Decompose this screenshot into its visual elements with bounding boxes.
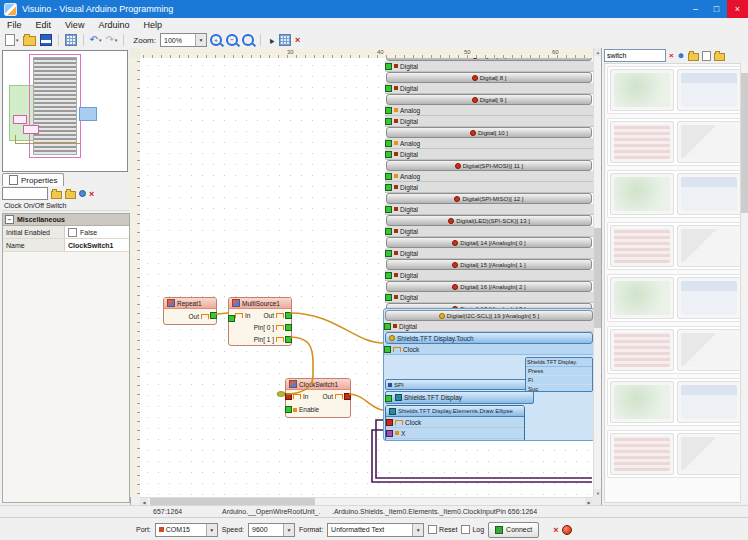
clear-search-icon[interactable]: × (669, 51, 674, 60)
property-value[interactable]: False (65, 226, 129, 238)
pin-connector[interactable] (385, 63, 392, 70)
palette-item[interactable] (610, 277, 674, 319)
property-row[interactable]: NameClockSwitch1 (3, 239, 129, 252)
board-channel-row[interactable]: Digital (385, 270, 593, 281)
palette-item[interactable] (610, 121, 674, 163)
palette-item[interactable] (677, 69, 741, 111)
open-project-button[interactable] (22, 33, 37, 47)
pin-connector[interactable] (385, 118, 392, 125)
pin-connector[interactable] (384, 323, 391, 330)
design-canvas[interactable]: Digital[ 7 ]DigitalDigital[ 8 ]DigitalDi… (140, 58, 593, 497)
property-category[interactable]: − Miscellaneous (3, 214, 129, 226)
board-channel-row[interactable]: Digital (385, 248, 593, 259)
port-combo[interactable]: COM15 ▼ (155, 523, 218, 537)
clockswitch1-enable-connector[interactable] (285, 406, 292, 413)
collapse-icon[interactable]: − (5, 215, 14, 224)
ellipse-pin-connector[interactable] (386, 430, 393, 437)
spi-bar[interactable]: SPI (385, 379, 527, 390)
palette-scrollbar[interactable] (740, 63, 748, 503)
pin-panel-icon[interactable] (79, 190, 86, 197)
palette-item[interactable] (610, 69, 674, 111)
component-clockswitch1[interactable]: ClockSwitch1 In Out Enable (285, 378, 351, 418)
board-pin-header[interactable]: Digital[ 10 ] (386, 127, 592, 138)
board-channel-row[interactable]: Digital (384, 321, 593, 332)
pin-connector[interactable] (385, 272, 392, 279)
pin-connector[interactable] (385, 107, 392, 114)
clockswitch1-header[interactable]: ClockSwitch1 (286, 379, 350, 390)
board-pin-header[interactable]: Digital(LED)(SPI-SCK)[ 13 ] (386, 215, 592, 226)
chevron-down-icon[interactable]: ▼ (283, 524, 294, 536)
board-pin-header[interactable]: Digital(I2C-SCL)[ 19 ]/AnalogIn[ 5 ] (385, 310, 593, 321)
pin-connector[interactable] (385, 184, 392, 191)
import-folder-icon[interactable] (714, 53, 725, 61)
pin-connector[interactable] (385, 294, 392, 301)
board-channel-row[interactable]: Digital (385, 182, 593, 193)
component-palette[interactable] (604, 63, 747, 503)
draw-ellipse-header[interactable]: Shields.TFT Display.Elements.Draw Ellips… (386, 406, 524, 417)
board-channel-row[interactable]: Digital (385, 61, 593, 72)
zoom-fit-button[interactable] (241, 33, 255, 47)
checkbox-icon[interactable] (461, 525, 470, 534)
board-channel-row[interactable]: Digital (385, 116, 593, 127)
maximize-button[interactable]: □ (706, 0, 727, 18)
new-project-button[interactable]: ▾ (4, 33, 20, 47)
user-filter-icon[interactable]: ☻ (677, 51, 685, 60)
zoom-out-button[interactable]: − (225, 33, 239, 47)
property-filter-input[interactable] (2, 187, 48, 200)
delete-button[interactable]: × (294, 34, 301, 46)
palette-item[interactable] (610, 173, 674, 215)
property-value[interactable]: ClockSwitch1 (65, 239, 129, 251)
tft-display-bar[interactable]: Shields.TFT Display (385, 391, 534, 404)
board-pin-header[interactable]: Digital[ 14 ]/AnalogIn[ 0 ] (386, 237, 592, 248)
multisource1-output-connector[interactable] (285, 336, 292, 343)
board-channel-row[interactable]: Digital (385, 292, 593, 303)
pin-connector[interactable] (385, 206, 392, 213)
disconnect-icon[interactable]: × (553, 525, 558, 535)
ellipse-pin-row[interactable]: Clock (386, 417, 524, 428)
board-channel-row[interactable]: Digital (385, 204, 593, 215)
pin-connector[interactable] (385, 228, 392, 235)
zoom-combo[interactable]: 100% ▼ (160, 33, 207, 47)
reset-checkbox[interactable]: Reset (428, 525, 457, 534)
ellipse-pin-row[interactable]: Y (386, 439, 524, 441)
palette-item[interactable] (677, 121, 741, 163)
board-channel-row[interactable]: Digital (385, 226, 593, 237)
ellipse-pin-row[interactable]: X (386, 428, 524, 439)
chevron-down-icon[interactable]: ▼ (412, 524, 423, 536)
board-pin-header[interactable]: Digital[ 15 ]/AnalogIn[ 1 ] (386, 259, 592, 270)
select-mode-button[interactable]: ▲ (266, 35, 276, 46)
chevron-down-icon[interactable]: ▼ (195, 34, 206, 46)
palette-item[interactable] (677, 381, 741, 423)
ellipse-pin-connector[interactable] (386, 419, 393, 426)
touch-properties-box[interactable]: Shields.TFT Display. PressFiSuc (525, 357, 593, 392)
display-pin-connector[interactable] (385, 395, 392, 402)
menu-arduino[interactable]: Arduino (91, 20, 136, 30)
menu-file[interactable]: File (0, 20, 29, 30)
toggle-grid-button[interactable] (64, 33, 78, 47)
repeat1-out-connector[interactable] (210, 312, 217, 319)
speed-combo[interactable]: 9600 ▼ (248, 523, 295, 537)
log-checkbox[interactable]: Log (461, 525, 484, 534)
clockswitch1-out-connector[interactable] (344, 393, 351, 400)
checkbox-icon[interactable] (428, 525, 437, 534)
minimize-button[interactable]: – (685, 0, 706, 18)
palette-item[interactable] (610, 433, 674, 475)
redo-button[interactable]: ↷▾ (104, 34, 118, 46)
palette-item[interactable] (677, 225, 741, 267)
connect-button[interactable]: Connect (488, 522, 539, 538)
close-button[interactable]: × (727, 0, 748, 18)
pin-connector[interactable] (385, 140, 392, 147)
category-folder-icon[interactable] (688, 53, 699, 61)
board-pin-header[interactable]: Digital[ 8 ] (386, 72, 592, 83)
undo-button[interactable]: ↶▾ (89, 34, 103, 46)
board-pin-header[interactable]: Digital[ 16 ]/AnalogIn[ 2 ] (386, 281, 592, 292)
palette-item[interactable] (677, 173, 741, 215)
clockswitch1-in-connector[interactable] (285, 393, 292, 400)
draw-ellipse-element[interactable]: Shields.TFT Display.Elements.Draw Ellips… (385, 405, 525, 441)
palette-scroll-thumb[interactable] (741, 73, 748, 213)
board-channel-row[interactable]: Digital (385, 83, 593, 94)
property-row[interactable]: Initial EnabledFalse (3, 226, 129, 239)
board-pin-header[interactable]: Digital(SPI-MOSI)[ 11 ] (386, 160, 592, 171)
palette-item[interactable] (610, 381, 674, 423)
board-channel-row[interactable]: Digital (385, 149, 593, 160)
